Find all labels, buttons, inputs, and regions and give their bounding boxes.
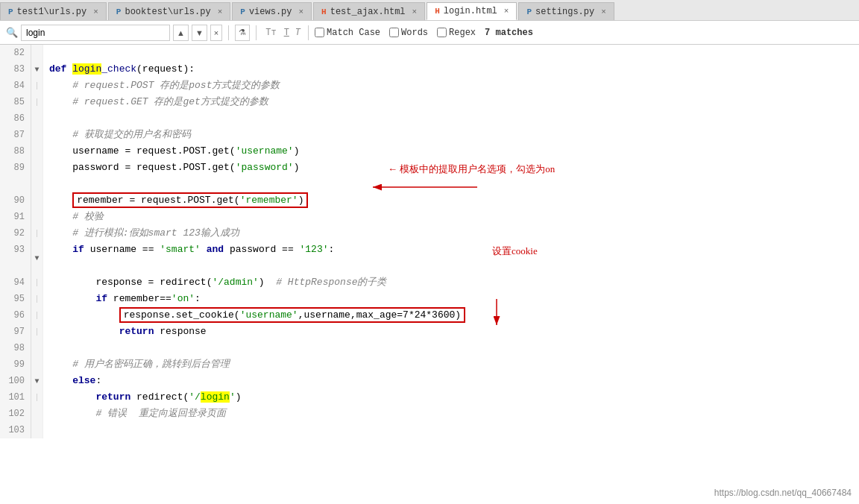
prev-match-button[interactable]: ▲ [173, 25, 189, 41]
line-content [43, 110, 859, 127]
tab-login-html[interactable]: H login.html × [427, 2, 517, 20]
tt-icon: Tт [265, 28, 276, 38]
code-area: 82 83 ▼ def login_check(request): 84 | #… [0, 45, 859, 504]
words-checkbox[interactable] [389, 28, 399, 37]
fold-gutter: ▼ [31, 373, 43, 389]
tab-label: login.html [444, 6, 497, 16]
regex-label: Regex [449, 28, 476, 38]
line-content: username = request.POST.get('username') [43, 143, 859, 160]
clear-search-button[interactable]: × [210, 25, 222, 41]
search-bar: 🔍 ▲ ▼ × ⚗ Tт T T Match Case Words Regex … [0, 21, 859, 45]
line-number: 102 [0, 406, 31, 422]
line-content: def login_check(request): [43, 61, 859, 78]
matches-count: 7 matches [485, 28, 533, 38]
divider [228, 25, 229, 40]
fold-gutter [31, 209, 43, 225]
match-case-option[interactable]: Match Case [315, 28, 380, 38]
tab-close-login-html[interactable]: × [504, 7, 509, 16]
table-row: 101 | return redirect('/login') [0, 389, 859, 406]
line-number: 91 [0, 209, 31, 225]
table-row: 86 [0, 110, 859, 127]
line-number: 93 [0, 242, 31, 274]
fold-gutter: | [31, 324, 43, 340]
table-row: 100 ▼ else: [0, 373, 859, 389]
fold-gutter [31, 406, 43, 422]
table-row: 103 [0, 422, 859, 438]
fold-gutter: ▼ [31, 242, 43, 274]
py-icon: P [526, 7, 532, 16]
table-row: 90 remember = request.POST.get('remember… [0, 192, 859, 209]
match-case-label: Match Case [327, 28, 380, 38]
fold-gutter [31, 110, 43, 127]
line-number: 85 [0, 94, 31, 110]
tab-test-ajax[interactable]: H test_ajax.html × [313, 2, 425, 20]
table-row: 89 password = request.POST.get('password… [0, 160, 859, 192]
filter-button[interactable]: ⚗ [235, 25, 250, 41]
line-number: 83 [0, 61, 31, 78]
line-content: return response [43, 324, 859, 340]
fold-gutter [31, 160, 43, 192]
line-number: 82 [0, 45, 31, 61]
tab-booktest-urls[interactable]: P booktest\urls.py × [108, 2, 230, 20]
tab-settings[interactable]: P settings.py × [518, 2, 614, 20]
tab-close-test-ajax[interactable]: × [412, 7, 418, 16]
table-row: 97 | return response [0, 324, 859, 340]
line-content: if username == 'smart' and password == '… [43, 242, 859, 274]
table-row: 93 ▼ if username == 'smart' and password… [0, 242, 859, 274]
line-content: if remember=='on': [43, 291, 859, 307]
tab-close-booktest-urls[interactable]: × [218, 7, 223, 16]
fold-gutter: | [31, 274, 43, 291]
regex-checkbox[interactable] [437, 28, 447, 37]
line-number: 99 [0, 356, 31, 373]
table-row: 85 | # request.GET 存的是get方式提交的参数 [0, 94, 859, 110]
fold-gutter [31, 127, 43, 143]
tab-label: test_ajax.html [330, 7, 406, 17]
divider3 [308, 25, 309, 40]
tab-close-test1-urls[interactable]: × [93, 7, 98, 16]
table-row: 91 # 校验 [0, 209, 859, 225]
table-row: 99 # 用户名密码正确，跳转到后台管理 [0, 356, 859, 373]
tab-views[interactable]: P views.py × [232, 2, 312, 20]
line-content: # 获取提交的用户名和密码 [43, 127, 859, 143]
html-icon: H [435, 7, 440, 16]
tab-test1-urls[interactable]: P test1\urls.py × [0, 2, 107, 20]
line-number: 98 [0, 340, 31, 356]
table-row: 88 username = request.POST.get('username… [0, 143, 859, 160]
table-row: 83 ▼ def login_check(request): [0, 61, 859, 78]
tab-close-settings[interactable]: × [601, 7, 606, 16]
py-icon: P [8, 7, 13, 16]
fold-gutter [31, 340, 43, 356]
tab-label: settings.py [535, 7, 594, 17]
words-label: Words [401, 28, 428, 38]
words-option[interactable]: Words [389, 28, 428, 38]
fold-gutter [31, 143, 43, 160]
fold-gutter: | [31, 291, 43, 307]
line-number: 88 [0, 143, 31, 160]
next-match-button[interactable]: ▼ [192, 25, 207, 41]
line-content: remember = request.POST.get('remember') [43, 192, 859, 209]
line-content: # 进行模拟:假如smart 123输入成功 [43, 225, 859, 242]
py-icon: P [116, 7, 122, 16]
line-number: 92 [0, 225, 31, 242]
table-row: 98 [0, 340, 859, 356]
search-input[interactable] [21, 25, 170, 41]
watermark: https://blog.csdn.net/qq_40667484 [714, 488, 852, 498]
tt-under-icon: T [284, 28, 289, 38]
table-row: 92 | # 进行模拟:假如smart 123输入成功 [0, 225, 859, 242]
line-number: 97 [0, 324, 31, 340]
tab-close-views[interactable]: × [299, 7, 304, 16]
line-content [43, 422, 859, 438]
line-number: 94 [0, 274, 31, 291]
regex-option[interactable]: Regex [437, 28, 476, 38]
table-row: 84 | # request.POST 存的是post方式提交的参数 [0, 78, 859, 94]
tab-bar: P test1\urls.py × P booktest\urls.py × P… [0, 0, 859, 21]
line-number: 95 [0, 291, 31, 307]
line-number: 100 [0, 373, 31, 389]
fold-gutter [31, 422, 43, 438]
fold-gutter: | [31, 307, 43, 324]
fold-gutter [31, 45, 43, 61]
line-content: # 校验 [43, 209, 859, 225]
line-content: return redirect('/login') [43, 389, 859, 406]
match-case-checkbox[interactable] [315, 28, 324, 37]
tab-label: booktest\urls.py [125, 7, 210, 17]
